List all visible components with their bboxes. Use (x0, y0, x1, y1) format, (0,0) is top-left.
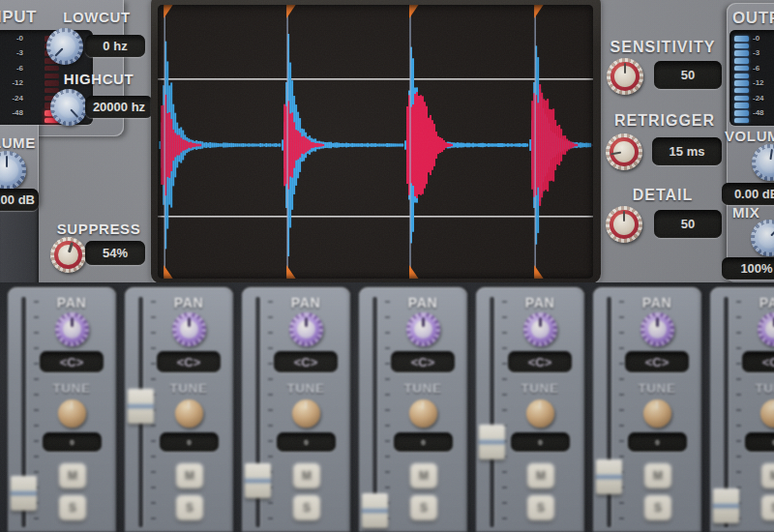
tune-label: TUNE (148, 381, 229, 396)
pan-display[interactable]: <C> (625, 351, 689, 372)
fader-tick (736, 316, 741, 318)
meter-scale-label: -6 (0, 64, 23, 73)
solo-button[interactable]: S (176, 495, 203, 520)
fader-tick (619, 440, 624, 442)
knob-indicator (526, 399, 554, 428)
fader-track[interactable] (490, 297, 494, 527)
meter-scale-label: -24 (0, 94, 23, 103)
knob-indicator (607, 58, 643, 95)
fader-tick (619, 316, 624, 318)
output-volume-knob[interactable] (752, 144, 774, 181)
knob-indicator (175, 399, 203, 428)
output-volume-display[interactable]: 0.00 dB (722, 183, 774, 205)
retrigger-label: RETRIGGER (607, 112, 723, 130)
tune-knob[interactable] (292, 399, 320, 428)
fader-tick (151, 347, 156, 349)
fader-tick (268, 456, 273, 458)
suppress-knob[interactable] (50, 237, 86, 273)
tune-display[interactable]: 0 (394, 432, 453, 452)
highcut-knob[interactable] (50, 89, 87, 126)
tune-knob[interactable] (58, 399, 86, 428)
fader-handle[interactable] (362, 493, 388, 528)
pan-knob[interactable] (758, 312, 774, 346)
fader-tick (268, 517, 273, 519)
input-volume-display[interactable]: 0.00 dB (0, 189, 39, 211)
detail-display[interactable]: 50 (654, 210, 722, 238)
tune-display[interactable]: 0 (745, 432, 774, 452)
suppress-display[interactable]: 54% (85, 241, 145, 265)
solo-button[interactable]: S (644, 495, 671, 520)
mixer-channel-4: PAN<C>TUNE0MS (359, 287, 467, 532)
retrigger-display[interactable]: 15 ms (652, 137, 722, 165)
mute-button[interactable]: M (527, 463, 554, 488)
tune-display[interactable]: 0 (511, 432, 570, 452)
meter-scale-label: -3 (753, 48, 774, 57)
mute-button[interactable]: M (644, 463, 671, 488)
mute-button[interactable]: M (761, 463, 774, 488)
fader-handle[interactable] (713, 488, 739, 523)
pan-knob[interactable] (523, 312, 557, 346)
fader-tick (385, 378, 390, 380)
fader-tick (385, 316, 390, 318)
detail-knob[interactable] (606, 206, 642, 243)
tune-display[interactable]: 0 (277, 432, 336, 452)
tune-knob[interactable] (526, 399, 554, 428)
fader-tick (736, 363, 741, 365)
knob-indicator (172, 312, 206, 346)
pan-display[interactable]: <C> (742, 351, 774, 372)
pan-display[interactable]: <C> (274, 351, 338, 372)
solo-button[interactable]: S (761, 495, 774, 520)
solo-button[interactable]: S (293, 495, 320, 520)
tune-knob[interactable] (643, 399, 671, 428)
tune-label: TUNE (733, 381, 774, 396)
fader-tick (619, 409, 624, 411)
sensitivity-display[interactable]: 50 (654, 61, 722, 89)
pan-knob[interactable] (55, 312, 89, 346)
pan-label: PAN (616, 295, 698, 310)
mute-button[interactable]: M (410, 463, 437, 488)
fader-tick (385, 471, 390, 473)
knob-indicator (409, 399, 437, 428)
fader-tick (34, 378, 39, 380)
pan-knob[interactable] (289, 312, 323, 346)
tune-knob[interactable] (409, 399, 437, 428)
solo-button[interactable]: S (527, 495, 554, 520)
mute-button[interactable]: M (59, 463, 86, 488)
waveform-display[interactable] (158, 5, 593, 279)
tune-display[interactable]: 0 (628, 432, 687, 452)
pan-display[interactable]: <C> (508, 351, 572, 372)
pan-knob[interactable] (406, 312, 440, 346)
fader-handle[interactable] (11, 476, 37, 511)
fader-tick (151, 517, 156, 519)
fader-handle[interactable] (479, 425, 505, 459)
solo-button[interactable]: S (59, 495, 86, 520)
lowcut-knob[interactable] (46, 28, 83, 65)
solo-button[interactable]: S (410, 495, 437, 520)
pan-display[interactable]: <C> (40, 351, 104, 372)
pan-display[interactable]: <C> (157, 351, 221, 372)
fader-handle[interactable] (596, 459, 622, 494)
mute-button[interactable]: M (176, 463, 203, 488)
fader-handle[interactable] (245, 463, 271, 498)
pan-knob[interactable] (172, 312, 206, 346)
tune-label: TUNE (616, 381, 698, 396)
input-volume-label: VOLUME (0, 134, 36, 151)
pan-display[interactable]: <C> (391, 351, 455, 372)
fader-tick (34, 456, 39, 458)
tune-display[interactable]: 0 (43, 432, 102, 452)
pan-knob[interactable] (640, 312, 674, 346)
lowcut-display[interactable]: 0 hz (85, 35, 145, 57)
mix-display[interactable]: 100% (722, 257, 774, 280)
highcut-display[interactable]: 20000 hz (85, 96, 153, 118)
tune-display[interactable]: 0 (160, 432, 219, 452)
fader-tick (385, 363, 390, 365)
tune-knob[interactable] (760, 399, 774, 428)
retrigger-knob[interactable] (606, 133, 642, 170)
mute-button[interactable]: M (293, 463, 320, 488)
sensitivity-knob[interactable] (607, 58, 643, 95)
tune-knob[interactable] (175, 399, 203, 428)
fader-tick (151, 440, 156, 442)
meter-scale-label: -0 (0, 34, 23, 43)
fader-tick (268, 409, 273, 411)
input-volume-knob[interactable] (0, 151, 26, 190)
